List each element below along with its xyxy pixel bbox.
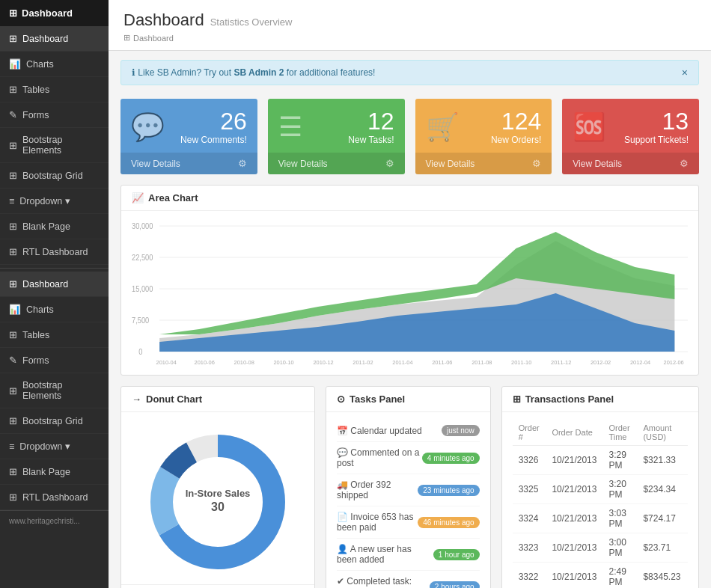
sidebar-bottom-item-bootstrap-grid[interactable]: ⊞Bootstrap Grid (0, 408, 109, 434)
breadcrumb: ⊞ Dashboard (123, 33, 696, 43)
nav-icon-b: ⊞ (9, 415, 17, 426)
stat-card-bottom-3: View Details ⚙ (562, 153, 699, 174)
nav-label-b: Dropdown ▾ (19, 441, 70, 452)
donut-view-details-link[interactable]: View Details ⚙ (121, 584, 314, 588)
stat-gear-2[interactable]: ⚙ (532, 158, 541, 169)
nav-icon: ✎ (9, 109, 17, 120)
stat-label-2: New Orders! (491, 135, 541, 145)
trans-cell-4-0: 3322 (513, 563, 546, 589)
sidebar-bottom-item-rtl-dashboard[interactable]: ⊞RTL Dashboard (0, 485, 109, 510)
sidebar-item-dashboard[interactable]: ⊞Dashboard (0, 26, 109, 52)
trans-col-2: Order Time (602, 420, 637, 446)
sidebar-item-blank-page[interactable]: ⊞Blank Page (0, 214, 109, 239)
sidebar-bottom-item-tables[interactable]: ⊞Tables (0, 322, 109, 348)
trans-cell-2-0: 3324 (513, 504, 546, 533)
stat-gear-0[interactable]: ⚙ (238, 158, 247, 169)
task-item-2: 🚚 Order 392 shipped 23 minutes ago (337, 474, 480, 506)
svg-text:2012-02: 2012-02 (591, 359, 611, 366)
svg-text:2010-12: 2010-12 (313, 359, 333, 366)
sidebar: ⊞ Dashboard ⊞Dashboard📊Charts⊞Tables✎For… (0, 0, 109, 588)
trans-col-3: Amount (USD) (637, 420, 688, 446)
nav-icon: ⊞ (9, 33, 17, 44)
nav-icon-b: ≡ (9, 441, 14, 452)
svg-text:2012-06: 2012-06 (663, 359, 683, 366)
stat-link-3[interactable]: View Details (573, 159, 622, 169)
sidebar-divider (0, 268, 109, 269)
sidebar-item-rtl-dashboard[interactable]: ⊞RTL Dashboard (0, 239, 109, 265)
trans-row-4: 332210/21/20132:49 PM$8345.23 (513, 563, 688, 589)
task-item-1: 💬 Commented on a post 4 minutes ago (337, 442, 480, 474)
trans-cell-0-3: $321.33 (637, 446, 688, 475)
nav-label: Charts (26, 59, 54, 70)
task-badge-3: 46 minutes ago (418, 517, 479, 528)
tasks-list: 📅 Calendar updated just now 💬 Commented … (326, 412, 490, 588)
sidebar-bottom-item-blank-page[interactable]: ⊞Blank Page (0, 459, 109, 485)
task-text-3: 📄 Invoice 653 has been paid (337, 512, 418, 533)
stat-gear-3[interactable]: ⚙ (680, 158, 689, 169)
stat-card-top-3: 🆘 13 Support Tickets! (562, 99, 699, 153)
nav-icon: ⊞ (9, 221, 17, 232)
trans-cell-4-1: 10/21/2013 (546, 563, 602, 589)
nav-label-b: Dashboard (22, 279, 68, 290)
sidebar-bottom-item-bootstrap-elements[interactable]: ⊞Bootstrap Elements (0, 373, 109, 408)
svg-text:2012-04: 2012-04 (630, 359, 651, 366)
nav-icon-b: ⊞ (9, 385, 17, 396)
svg-text:30: 30 (211, 500, 225, 513)
nav-icon: ≡ (9, 196, 14, 206)
nav-label: Dashboard (22, 34, 68, 44)
area-chart-body: 30,000 22,500 15,000 7,500 0 2010-04 201… (121, 211, 698, 375)
sidebar-bottom-item-dropdown-▾[interactable]: ≡Dropdown ▾ (0, 434, 109, 459)
nav-icon: ⊞ (9, 170, 17, 181)
sidebar-item-bootstrap-elements[interactable]: ⊞Bootstrap Elements (0, 128, 109, 163)
sidebar-item-tables[interactable]: ⊞Tables (0, 77, 109, 102)
main-content: Dashboard Statistics Overview ⊞ Dashboar… (109, 0, 711, 588)
stat-gear-1[interactable]: ⚙ (385, 158, 394, 169)
nav-icon: ⊞ (9, 246, 17, 257)
sidebar-item-dropdown-▾[interactable]: ≡Dropdown ▾ (0, 189, 109, 214)
transactions-panel-header: ⊞ Transactions Panel (502, 387, 698, 412)
alert-link[interactable]: SB Admin 2 (234, 67, 284, 78)
svg-text:2011-02: 2011-02 (353, 359, 373, 366)
stat-link-2[interactable]: View Details (426, 159, 475, 169)
nav-label: RTL Dashboard (22, 247, 88, 257)
transactions-table-body: 332610/21/20133:29 PM$321.33332510/21/20… (513, 446, 688, 589)
stat-icon-1: ☰ (278, 111, 302, 143)
sidebar-bottom-item-charts[interactable]: 📊Charts (0, 297, 109, 322)
sidebar-item-charts[interactable]: 📊Charts (0, 52, 109, 77)
svg-text:2011-06: 2011-06 (432, 359, 452, 366)
nav-label-b: Bootstrap Grid (22, 416, 83, 426)
svg-text:2011-10: 2011-10 (511, 359, 531, 366)
task-text-1: 💬 Commented on a post (337, 447, 422, 468)
trans-cell-0-0: 3326 (513, 446, 546, 475)
stat-link-1[interactable]: View Details (278, 159, 328, 169)
svg-text:2010-06: 2010-06 (195, 359, 215, 366)
svg-text:2010-10: 2010-10 (273, 359, 293, 366)
alert-close-button[interactable]: × (682, 67, 688, 79)
transactions-panel: ⊞ Transactions Panel Order #Order DateOr… (501, 386, 699, 588)
nav-icon: ⊞ (9, 140, 17, 151)
task-item-3: 📄 Invoice 653 has been paid 46 minutes a… (337, 506, 480, 539)
alert-banner: ℹ Like SB Admin? Try out SB Admin 2 for … (120, 60, 699, 85)
trans-cell-3-3: $23.71 (637, 533, 688, 563)
stat-info-1: 12 New Tasks! (348, 109, 394, 145)
sidebar-bottom-item-dashboard[interactable]: ⊞Dashboard (0, 272, 109, 297)
stat-card-bottom-1: View Details ⚙ (268, 153, 405, 174)
nav-icon-b: ⊞ (9, 329, 17, 340)
nav-icon: ⊞ (9, 84, 17, 95)
trans-col-1: Order Date (546, 420, 602, 446)
trans-cell-1-1: 10/21/2013 (546, 475, 602, 504)
nav-icon-b: ✎ (9, 355, 17, 366)
stat-card-2: 🛒 124 New Orders! View Details ⚙ (415, 99, 552, 174)
stat-icon-2: 🛒 (426, 111, 460, 143)
stat-card-3: 🆘 13 Support Tickets! View Details ⚙ (562, 99, 699, 174)
stat-link-0[interactable]: View Details (131, 159, 180, 169)
top-bar: Dashboard Statistics Overview ⊞ Dashboar… (109, 0, 711, 51)
sidebar-bottom-item-forms[interactable]: ✎Forms (0, 348, 109, 373)
alert-text: ℹ Like SB Admin? Try out SB Admin 2 for … (132, 67, 375, 78)
stat-icon-3: 🆘 (573, 111, 606, 143)
stat-info-2: 124 New Orders! (491, 109, 541, 145)
page-subtitle: Statistics Overview (210, 16, 293, 28)
sidebar-item-forms[interactable]: ✎Forms (0, 102, 109, 128)
sidebar-item-bootstrap-grid[interactable]: ⊞Bootstrap Grid (0, 163, 109, 189)
stat-card-top-2: 🛒 124 New Orders! (415, 99, 552, 153)
